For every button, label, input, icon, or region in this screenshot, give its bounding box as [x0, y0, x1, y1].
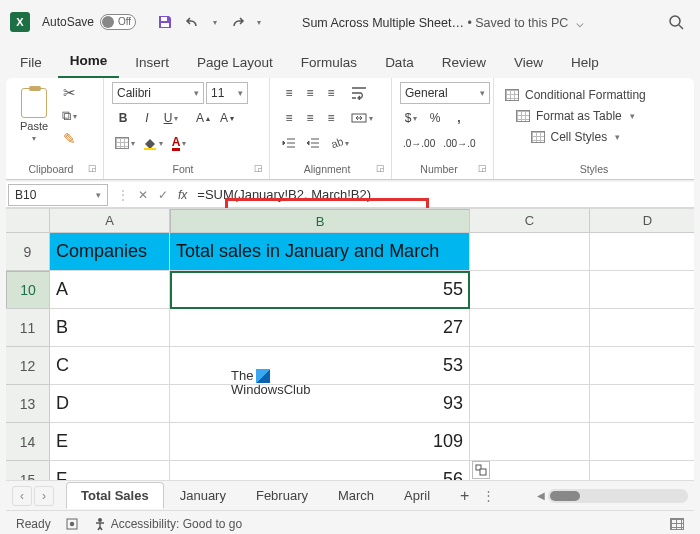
sheet-nav-prev[interactable]: ‹	[12, 486, 32, 506]
row-header-11[interactable]: 11	[6, 309, 50, 347]
format-as-table-button[interactable]: Format as Table▾	[502, 107, 649, 125]
merge-center-button[interactable]: ▾	[348, 107, 376, 129]
cell-C10[interactable]	[470, 271, 590, 309]
tab-data[interactable]: Data	[373, 48, 426, 78]
shrink-font-button[interactable]: A▾	[216, 107, 238, 129]
tab-home[interactable]: Home	[58, 46, 120, 78]
cell-D11[interactable]	[590, 309, 694, 347]
save-icon[interactable]	[154, 11, 176, 33]
dialog-launcher-icon[interactable]: ◲	[478, 163, 487, 173]
cell-styles-button[interactable]: Cell Styles▾	[502, 128, 649, 146]
row-header-13[interactable]: 13	[6, 385, 50, 423]
number-format-select[interactable]: General▾	[400, 82, 490, 104]
cell-A12[interactable]: C	[50, 347, 170, 385]
underline-button[interactable]: U▾	[160, 107, 182, 129]
scrollbar-thumb[interactable]	[550, 491, 580, 501]
cell-C11[interactable]	[470, 309, 590, 347]
align-right-button[interactable]: ≡	[320, 108, 342, 128]
decrease-indent-button[interactable]	[278, 132, 300, 154]
cell-B11[interactable]: 27	[170, 309, 470, 347]
redo-icon[interactable]	[226, 11, 248, 33]
italic-button[interactable]: I	[136, 107, 158, 129]
cell-A11[interactable]: B	[50, 309, 170, 347]
sheet-tab-total-sales[interactable]: Total Sales	[66, 482, 164, 509]
cell-D10[interactable]	[590, 271, 694, 309]
cell-A14[interactable]: E	[50, 423, 170, 461]
cut-button[interactable]: ✂	[58, 82, 80, 104]
undo-dropdown-icon[interactable]: ▾	[210, 11, 220, 33]
document-title[interactable]: Sum Across Multiple Sheet… • Saved to th…	[302, 15, 584, 30]
scroll-left-icon[interactable]: ◀	[537, 490, 545, 501]
select-all-corner[interactable]	[6, 209, 50, 233]
col-header-C[interactable]: C	[470, 209, 590, 233]
cell-C13[interactable]	[470, 385, 590, 423]
percent-button[interactable]: %	[424, 107, 446, 129]
macro-record-icon[interactable]	[65, 517, 79, 531]
cell-A13[interactable]: D	[50, 385, 170, 423]
align-top-button[interactable]: ≡	[278, 83, 300, 103]
cell-B9[interactable]: Total sales in January and March	[170, 233, 470, 271]
cell-C9[interactable]	[470, 233, 590, 271]
tab-view[interactable]: View	[502, 48, 555, 78]
align-middle-button[interactable]: ≡	[299, 83, 321, 103]
col-header-D[interactable]: D	[590, 209, 694, 233]
cell-B13[interactable]: 93	[170, 385, 470, 423]
row-header-10[interactable]: 10	[6, 271, 50, 309]
font-name-select[interactable]: Calibri▾	[112, 82, 204, 104]
worksheet[interactable]: A B C D 9 Companies Total sales in Janua…	[6, 208, 694, 480]
chevron-down-icon[interactable]: ▾	[96, 190, 101, 200]
cell-A10[interactable]: A	[50, 271, 170, 309]
col-header-B[interactable]: B	[170, 209, 470, 233]
sheet-tab-february[interactable]: February	[242, 483, 322, 508]
tab-help[interactable]: Help	[559, 48, 611, 78]
grow-font-button[interactable]: A▴	[192, 107, 214, 129]
decrease-decimal-button[interactable]: .00→.0	[440, 132, 478, 154]
sheet-tab-january[interactable]: January	[166, 483, 240, 508]
tab-page-layout[interactable]: Page Layout	[185, 48, 285, 78]
tab-review[interactable]: Review	[430, 48, 498, 78]
search-icon[interactable]	[662, 8, 690, 36]
font-size-select[interactable]: 11▾	[206, 82, 248, 104]
orientation-button[interactable]: ab▾	[326, 132, 352, 154]
align-center-button[interactable]: ≡	[299, 108, 321, 128]
fill-color-button[interactable]: ▾	[140, 132, 166, 154]
sheet-tab-menu[interactable]: ⋮	[476, 488, 501, 503]
conditional-formatting-button[interactable]: Conditional Formatting	[502, 86, 649, 104]
align-left-button[interactable]: ≡	[278, 108, 300, 128]
dialog-launcher-icon[interactable]: ◲	[376, 163, 385, 173]
dialog-launcher-icon[interactable]: ◲	[88, 163, 97, 173]
row-header-12[interactable]: 12	[6, 347, 50, 385]
cell-B10[interactable]: 55	[170, 271, 470, 309]
font-color-button[interactable]: A▾	[168, 132, 190, 154]
cell-D14[interactable]	[590, 423, 694, 461]
format-painter-button[interactable]: ✎	[58, 128, 80, 150]
fx-icon[interactable]: fx	[178, 188, 187, 202]
increase-decimal-button[interactable]: .0→.00	[400, 132, 438, 154]
new-sheet-button[interactable]: +	[446, 482, 474, 510]
view-normal-icon[interactable]	[670, 518, 684, 530]
toggle-switch[interactable]: Off	[100, 14, 136, 30]
cell-B12[interactable]: 53	[170, 347, 470, 385]
row-header-14[interactable]: 14	[6, 423, 50, 461]
wrap-text-button[interactable]	[348, 82, 370, 104]
cell-D12[interactable]	[590, 347, 694, 385]
tab-formulas[interactable]: Formulas	[289, 48, 369, 78]
col-header-A[interactable]: A	[50, 209, 170, 233]
copy-button[interactable]: ⧉▾	[58, 105, 80, 127]
qat-dropdown-icon[interactable]: ▾	[254, 11, 264, 33]
cell-A15[interactable]: F	[50, 461, 170, 480]
chevron-down-icon[interactable]: ⌵	[576, 16, 584, 30]
comma-style-button[interactable]: ,	[448, 107, 470, 129]
cell-C14[interactable]	[470, 423, 590, 461]
currency-button[interactable]: $▾	[400, 107, 422, 129]
tab-insert[interactable]: Insert	[123, 48, 181, 78]
borders-button[interactable]: ▾	[112, 132, 138, 154]
paste-options-button[interactable]	[472, 461, 490, 479]
sheet-nav-next[interactable]: ›	[34, 486, 54, 506]
row-header-9[interactable]: 9	[6, 233, 50, 271]
dialog-launcher-icon[interactable]: ◲	[254, 163, 263, 173]
enter-formula-icon[interactable]: ✓	[154, 188, 172, 202]
cell-D15[interactable]	[590, 461, 694, 480]
horizontal-scrollbar[interactable]	[548, 489, 688, 503]
cell-B15[interactable]: 56	[170, 461, 470, 480]
